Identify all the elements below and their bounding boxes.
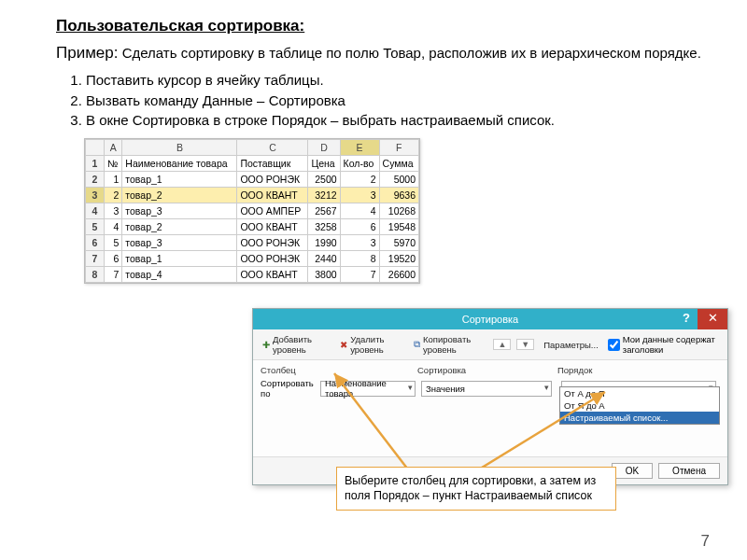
- cell[interactable]: товар_4: [122, 267, 237, 283]
- dialog-title: Сортировка: [462, 314, 518, 325]
- cell[interactable]: 3212: [308, 188, 340, 203]
- example-label: Пример:: [56, 44, 119, 62]
- row-header[interactable]: 6: [86, 235, 105, 251]
- copy-icon: ⧉: [414, 339, 420, 350]
- cell[interactable]: 1990: [308, 235, 340, 251]
- cell[interactable]: 6: [105, 251, 122, 267]
- col-header[interactable]: B: [122, 140, 237, 156]
- cell[interactable]: 4: [105, 219, 122, 235]
- section-title: Пользовательская сортировка:: [56, 17, 710, 35]
- copy-level-button[interactable]: ⧉ Копировать уровень: [410, 333, 487, 356]
- cell[interactable]: 3: [340, 235, 379, 251]
- move-down-button[interactable]: ▼: [516, 339, 534, 350]
- dialog-titlebar[interactable]: Сортировка ? ✕: [253, 309, 727, 329]
- row-header[interactable]: 2: [86, 172, 105, 188]
- cell[interactable]: 2500: [308, 172, 340, 188]
- cell[interactable]: 2: [340, 172, 379, 188]
- move-up-button[interactable]: ▲: [493, 339, 511, 350]
- col-header[interactable]: E: [340, 140, 379, 156]
- headers-checkbox[interactable]: Мои данные содержат заголовки: [608, 334, 722, 355]
- example-line: Пример: Сделать сортировку в таблице по …: [56, 43, 710, 64]
- dialog-toolbar: ✚ Добавить уровень ✖ Удалить уровень ⧉ К…: [253, 329, 727, 360]
- cell[interactable]: 19520: [379, 251, 418, 267]
- close-icon[interactable]: ✕: [698, 309, 727, 329]
- cell[interactable]: товар_2: [122, 219, 237, 235]
- add-level-button[interactable]: ✚ Добавить уровень: [259, 333, 331, 356]
- cell[interactable]: 10268: [379, 203, 418, 219]
- sort-on-dropdown[interactable]: Значения: [421, 381, 552, 397]
- step-item: Вызвать команду Данные – Сортировка: [86, 91, 710, 111]
- table-row: 6 5 товар_3 ООО РОНЭК 1990 3 5970: [86, 235, 419, 251]
- row-header[interactable]: 4: [86, 203, 105, 219]
- cell[interactable]: 9636: [379, 188, 418, 203]
- col-header[interactable]: D: [308, 140, 340, 156]
- dropdown-option[interactable]: От Я до А: [560, 399, 719, 412]
- cell[interactable]: 5970: [379, 235, 418, 251]
- cell[interactable]: 2440: [308, 251, 340, 267]
- cell[interactable]: товар_3: [122, 203, 237, 219]
- row-header[interactable]: 3: [86, 188, 105, 203]
- plus-icon: ✚: [262, 340, 270, 350]
- table-row: 5 4 товар_2 ООО КВАНТ 3258 6 19548: [86, 219, 419, 235]
- cell[interactable]: товар_1: [122, 251, 237, 267]
- cell[interactable]: 1: [105, 172, 122, 188]
- cell[interactable]: Сумма: [379, 156, 418, 172]
- col-header[interactable]: F: [379, 140, 418, 156]
- cell[interactable]: 5: [105, 235, 122, 251]
- cell[interactable]: ООО АМПЕР: [237, 203, 308, 219]
- cell[interactable]: товар_2: [122, 188, 237, 203]
- col-column-label: Столбец: [261, 365, 417, 375]
- cell[interactable]: №: [105, 156, 122, 172]
- headers-checkbox-input[interactable]: [608, 339, 620, 351]
- cell[interactable]: ООО КВАНТ: [237, 188, 308, 203]
- cell[interactable]: ООО КВАНТ: [237, 219, 308, 235]
- row-header[interactable]: 1: [86, 156, 105, 172]
- cell[interactable]: 6: [340, 219, 379, 235]
- cell[interactable]: 2: [105, 188, 122, 203]
- row-header[interactable]: 7: [86, 251, 105, 267]
- cell[interactable]: 8: [340, 251, 379, 267]
- cell[interactable]: ООО РОНЭК: [237, 235, 308, 251]
- cell[interactable]: ООО КВАНТ: [237, 267, 308, 283]
- cell[interactable]: 3: [340, 188, 379, 203]
- cell[interactable]: 3800: [308, 267, 340, 283]
- spreadsheet: A B C D E F 1 № Наименование товара Пост…: [84, 138, 420, 284]
- dropdown-option[interactable]: От А до Я: [560, 387, 719, 399]
- dropdown-option[interactable]: Настраиваемый список...: [560, 412, 719, 424]
- table-row: 3 2 товар_2 ООО КВАНТ 3212 3 9636: [86, 188, 419, 203]
- cell[interactable]: 3: [105, 203, 122, 219]
- col-header[interactable]: A: [105, 140, 122, 156]
- ok-button[interactable]: OK: [612, 463, 653, 479]
- sort-column-dropdown[interactable]: Наименование товара: [320, 381, 416, 397]
- cell[interactable]: 4: [340, 203, 379, 219]
- cell[interactable]: 5000: [379, 172, 418, 188]
- column-header-row: A B C D E F: [86, 140, 419, 156]
- sort-grid-header: Столбец Сортировка Порядок: [253, 360, 727, 377]
- cell[interactable]: Цена: [308, 156, 340, 172]
- cell[interactable]: Кол-во: [340, 156, 379, 172]
- delete-level-button[interactable]: ✖ Удалить уровень: [336, 333, 404, 356]
- cancel-button[interactable]: Отмена: [658, 463, 720, 479]
- step-item: Поставить курсор в ячейку таблицы.: [86, 70, 710, 91]
- cell[interactable]: ООО РОНЭК: [237, 172, 308, 188]
- cell[interactable]: товар_3: [122, 235, 237, 251]
- row-header[interactable]: 8: [86, 267, 105, 283]
- params-button[interactable]: Параметры...: [540, 339, 602, 351]
- col-header[interactable]: C: [237, 140, 308, 156]
- cell[interactable]: 19548: [379, 219, 418, 235]
- cell[interactable]: 2567: [308, 203, 340, 219]
- cell[interactable]: Наименование товара: [122, 156, 237, 172]
- cell[interactable]: ООО РОНЭК: [237, 251, 308, 267]
- table-row: 2 1 товар_1 ООО РОНЭК 2500 2 5000: [86, 172, 419, 188]
- cell[interactable]: товар_1: [122, 172, 237, 188]
- cell[interactable]: 7: [105, 267, 122, 283]
- help-icon[interactable]: ?: [675, 309, 698, 329]
- steps-list: Поставить курсор в ячейку таблицы. Вызва…: [56, 70, 710, 131]
- cell[interactable]: 3258: [308, 219, 340, 235]
- cell[interactable]: Поставщик: [237, 156, 308, 172]
- cell[interactable]: 7: [340, 267, 379, 283]
- example-text: Сделать сортировку в таблице по полю Тов…: [122, 45, 701, 61]
- row-header[interactable]: 5: [86, 219, 105, 235]
- cell[interactable]: 26600: [379, 267, 418, 283]
- params-label: Параметры...: [543, 340, 599, 350]
